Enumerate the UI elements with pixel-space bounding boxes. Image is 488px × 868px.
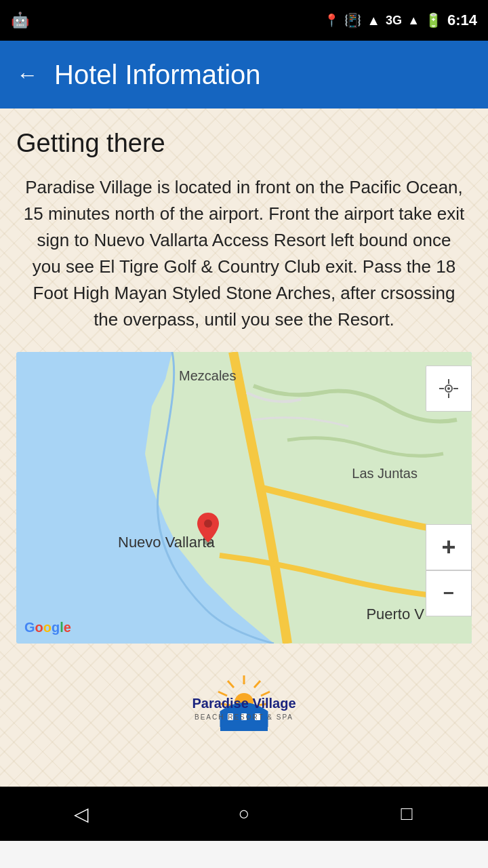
back-nav-button[interactable]: ◁ <box>54 793 108 834</box>
battery-icon: 🔋 <box>425 12 442 28</box>
app-bar: ← Hotel Information <box>0 41 488 108</box>
status-bar: 🤖 📍 📳 ▲ 3G ▲ 🔋 6:14 <box>0 0 488 41</box>
recent-nav-button[interactable]: □ <box>380 793 434 834</box>
map-label-mezcales: Mezcales <box>179 368 236 384</box>
map-svg <box>16 352 472 644</box>
zoom-out-button[interactable]: − <box>426 570 472 616</box>
svg-text:Paradise Village: Paradise Village <box>192 696 296 711</box>
map-controls <box>426 366 472 412</box>
home-nav-icon: ○ <box>239 803 250 825</box>
svg-point-3 <box>204 519 212 528</box>
back-nav-icon: ◁ <box>74 803 89 825</box>
wifi-icon: ▲ <box>367 13 380 28</box>
back-button[interactable]: ← <box>16 62 38 87</box>
android-icon: 🤖 <box>11 12 29 29</box>
map-container[interactable]: Mezcales Las Juntas Nuevo Vallarta Puert… <box>16 352 472 644</box>
svg-text:BEACH RESORT & SPA: BEACH RESORT & SPA <box>195 713 293 721</box>
map-pin <box>196 511 220 548</box>
svg-rect-18 <box>220 727 268 731</box>
section-title: Getting there <box>16 129 472 158</box>
bottom-nav: ◁ ○ □ <box>0 787 488 841</box>
map-zoom-buttons: + − <box>426 524 472 616</box>
vibrate-icon: 📳 <box>344 12 361 28</box>
description-text: Paradise Village is located in front on … <box>16 174 472 333</box>
status-bar-left: 🤖 <box>11 12 29 29</box>
map-label-puerto: Puerto V <box>366 606 424 623</box>
signal-icon: ▲ <box>407 14 420 28</box>
svg-line-13 <box>228 681 234 688</box>
map-label-lasjuntas: Las Juntas <box>352 466 418 481</box>
paradise-village-logo: Paradise Village BEACH RESORT & SPA <box>156 671 332 732</box>
home-nav-button[interactable]: ○ <box>217 793 271 834</box>
map-locate-button[interactable] <box>426 366 472 412</box>
network-label: 3G <box>386 14 402 28</box>
google-logo: Google <box>24 620 71 635</box>
status-bar-right: 📍 📳 ▲ 3G ▲ 🔋 6:14 <box>324 12 477 29</box>
recent-nav-icon: □ <box>401 803 413 825</box>
location-icon: 📍 <box>324 13 339 28</box>
svg-line-11 <box>254 681 260 688</box>
status-time: 6:14 <box>447 12 477 29</box>
logo-area: Paradise Village BEACH RESORT & SPA <box>16 657 472 738</box>
main-content: Getting there Paradise Village is locate… <box>0 108 488 787</box>
page-title: Hotel Information <box>54 60 261 90</box>
svg-point-9 <box>447 387 450 390</box>
zoom-in-button[interactable]: + <box>426 524 472 570</box>
